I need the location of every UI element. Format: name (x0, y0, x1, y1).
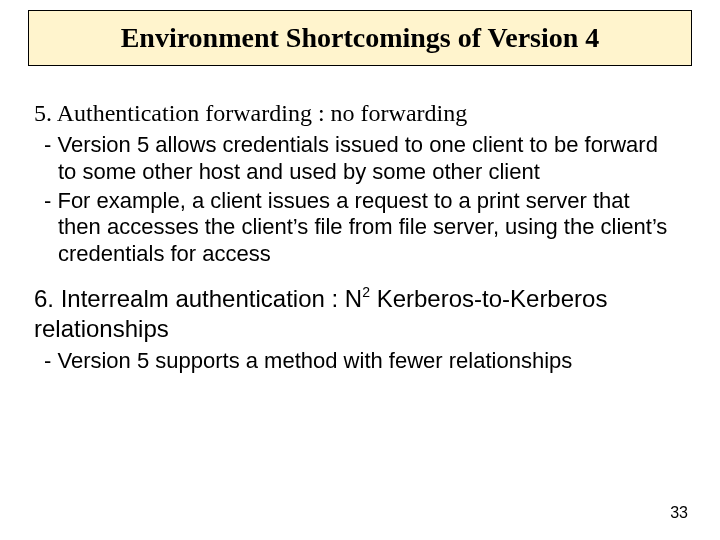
point-5-heading: 5. Authentication forwarding : no forwar… (34, 98, 684, 128)
point-6-sub-1: - Version 5 supports a method with fewer… (58, 348, 684, 375)
slide-title: Environment Shortcomings of Version 4 (121, 23, 600, 54)
point-6-heading: 6. Interrealm authentication : N2 Kerber… (34, 284, 684, 344)
point-6-heading-exponent: 2 (362, 284, 370, 300)
slide-body: 5. Authentication forwarding : no forwar… (34, 96, 684, 377)
point-5-sub-2: - For example, a client issues a request… (58, 188, 684, 268)
slide: Environment Shortcomings of Version 4 5.… (0, 0, 720, 540)
title-box: Environment Shortcomings of Version 4 (28, 10, 692, 66)
page-number: 33 (670, 504, 688, 522)
point-6-heading-pre: 6. Interrealm authentication : N (34, 285, 362, 312)
point-5-sub-1: - Version 5 allows credentials issued to… (58, 132, 684, 186)
